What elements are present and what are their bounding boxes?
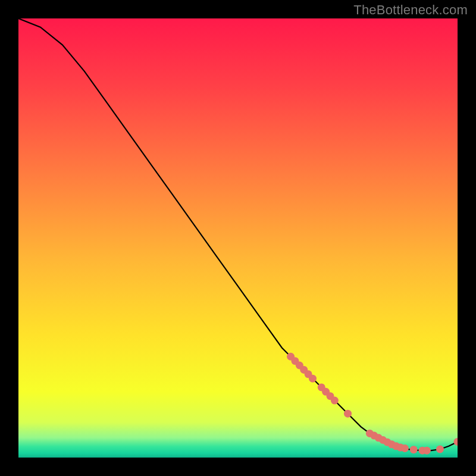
chart-svg	[18, 18, 458, 458]
plot-area	[18, 18, 458, 458]
curve-marker	[401, 444, 409, 452]
curve-marker	[410, 446, 418, 453]
chart-stage: TheBottleneck.com	[0, 0, 476, 476]
curve-marker	[344, 410, 352, 418]
gradient-background	[18, 18, 458, 458]
curve-marker	[436, 445, 444, 453]
curve-marker	[331, 397, 339, 405]
curve-marker	[309, 375, 317, 383]
watermark-text: TheBottleneck.com	[353, 2, 468, 18]
curve-marker	[423, 447, 431, 455]
